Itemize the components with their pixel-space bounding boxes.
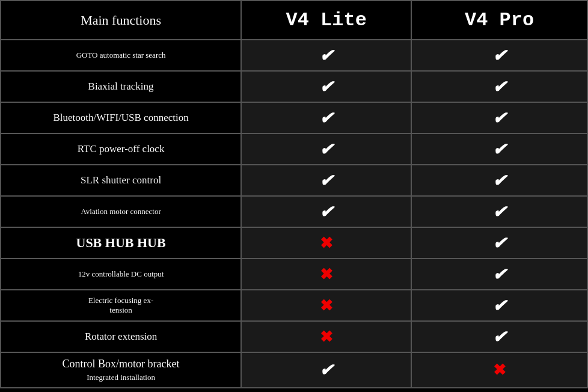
lite-biaxial: ✔ — [241, 71, 411, 102]
feature-bluetooth-label: Bluetooth/WIFI/USB connection — [53, 112, 188, 124]
lite-usb-hub: ✖ — [241, 227, 411, 259]
lite-rtc-icon: ✔ — [319, 139, 333, 159]
pro-control-box: ✖ — [411, 352, 587, 388]
pro-aviation: ✔ — [411, 196, 587, 227]
feature-goto: GOTO automatic star search — [1, 40, 241, 71]
feature-dc: 12v controllable DC output — [1, 259, 241, 290]
pro-electric-icon: ✔ — [492, 296, 506, 316]
header-v4-lite: V4 Lite — [241, 1, 411, 40]
feature-dc-label: 12v controllable DC output — [78, 269, 164, 279]
feature-bluetooth: Bluetooth/WIFI/USB connection — [1, 102, 241, 133]
feature-rotator-label: Rotator extension — [85, 331, 157, 343]
pro-slr-icon: ✔ — [492, 171, 506, 191]
feature-aviation-label: Aviation motor connector — [81, 207, 161, 216]
main-functions-label: Main functions — [81, 13, 161, 28]
lite-aviation-icon: ✔ — [319, 202, 333, 222]
feature-aviation: Aviation motor connector — [1, 196, 241, 227]
feature-control-box: Control Box/motor bracket Integrated ins… — [1, 352, 241, 388]
lite-control-box: ✔ — [241, 352, 411, 388]
pro-usb-hub: ✔ — [411, 227, 587, 259]
pro-rtc-icon: ✔ — [492, 139, 506, 159]
lite-electric: ✖ — [241, 290, 411, 321]
pro-bluetooth-icon: ✔ — [492, 108, 506, 128]
pro-usb-hub-icon: ✔ — [492, 233, 506, 253]
lite-rotator: ✖ — [241, 321, 411, 352]
pro-rotator: ✔ — [411, 321, 587, 352]
feature-rotator: Rotator extension — [1, 321, 241, 352]
lite-slr: ✔ — [241, 165, 411, 196]
feature-usb-hub-label: USB HUB HUB — [76, 235, 166, 251]
pro-goto-icon: ✔ — [492, 46, 506, 66]
feature-rtc: RTC power-off clock — [1, 133, 241, 165]
pro-dc-icon: ✔ — [492, 265, 506, 284]
lite-dc-icon: ✖ — [320, 265, 333, 284]
pro-biaxial: ✔ — [411, 71, 587, 102]
pro-goto: ✔ — [411, 40, 587, 71]
lite-bluetooth-icon: ✔ — [319, 108, 333, 128]
pro-aviation-icon: ✔ — [492, 202, 506, 222]
lite-aviation: ✔ — [241, 196, 411, 227]
pro-rotator-icon: ✔ — [492, 327, 506, 347]
lite-dc: ✖ — [241, 259, 411, 290]
lite-goto-icon: ✔ — [319, 46, 333, 66]
lite-control-box-icon: ✔ — [319, 360, 333, 380]
feature-goto-label: GOTO automatic star search — [76, 51, 166, 60]
pro-dc: ✔ — [411, 259, 587, 290]
pro-bluetooth: ✔ — [411, 102, 587, 133]
feature-slr: SLR shutter control — [1, 165, 241, 196]
feature-biaxial: Biaxial tracking — [1, 71, 241, 102]
lite-rotator-icon: ✖ — [320, 328, 333, 346]
header-v4-pro: V4 Pro — [411, 1, 587, 40]
feature-slr-label: SLR shutter control — [81, 174, 161, 186]
lite-rtc: ✔ — [241, 133, 411, 165]
feature-usb-hub: USB HUB HUB — [1, 227, 241, 259]
lite-usb-hub-icon: ✖ — [320, 234, 333, 253]
v4-pro-label: V4 Pro — [465, 9, 534, 31]
pro-slr: ✔ — [411, 165, 587, 196]
lite-biaxial-icon: ✔ — [319, 77, 333, 97]
pro-biaxial-icon: ✔ — [492, 77, 506, 97]
header-main-functions: Main functions — [1, 1, 241, 40]
pro-electric: ✔ — [411, 290, 587, 321]
lite-goto: ✔ — [241, 40, 411, 71]
feature-electric-label: Electric focusing ex-tension — [88, 296, 153, 315]
lite-electric-icon: ✖ — [320, 296, 333, 315]
feature-integrated-label: Integrated installation — [87, 373, 155, 382]
feature-biaxial-label: Biaxial tracking — [88, 81, 154, 93]
lite-bluetooth: ✔ — [241, 102, 411, 133]
feature-rtc-label: RTC power-off clock — [78, 143, 165, 155]
comparison-table: Main functions V4 Lite V4 Pro GOTO autom… — [0, 0, 588, 388]
feature-control-box-combined: Control Box/motor bracket Integrated ins… — [63, 358, 180, 382]
pro-control-box-icon: ✖ — [493, 361, 506, 379]
feature-control-box-label: Control Box/motor bracket — [63, 358, 180, 370]
v4-lite-label: V4 Lite — [286, 9, 366, 31]
lite-slr-icon: ✔ — [319, 171, 333, 191]
feature-electric: Electric focusing ex-tension — [1, 290, 241, 321]
pro-rtc: ✔ — [411, 133, 587, 165]
